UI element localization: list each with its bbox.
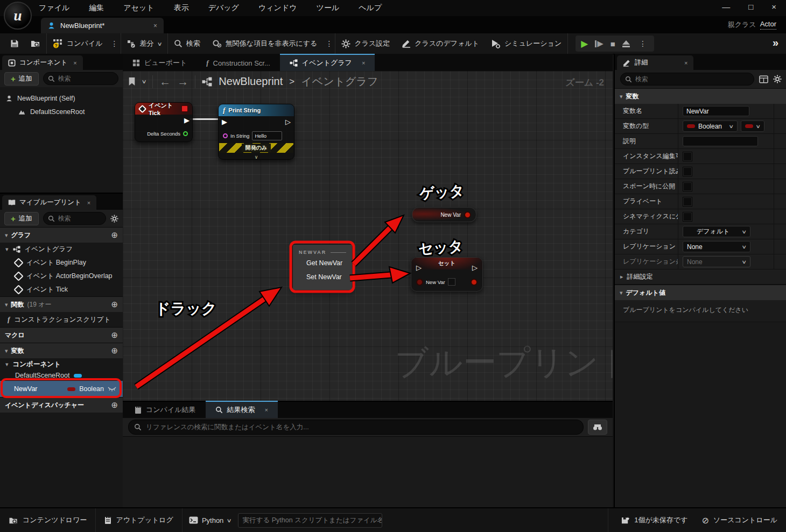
toolbar-overflow-button[interactable]: »: [773, 37, 778, 49]
variable-type-dropdown[interactable]: Boolean ∨: [683, 120, 738, 132]
add-variable-icon[interactable]: ⊕: [111, 346, 118, 356]
container-type-dropdown[interactable]: ∨: [741, 120, 764, 132]
maximize-button[interactable]: □: [748, 2, 753, 11]
save-button[interactable]: [4, 33, 25, 54]
construction-script-row[interactable]: f コンストラクションスクリプト: [0, 312, 123, 327]
event-graph-row[interactable]: ▾ イベントグラフ: [0, 243, 123, 256]
output-log-button[interactable]: アウトプットログ: [96, 508, 182, 532]
bool-output-pin[interactable]: [464, 211, 471, 218]
node-print-string[interactable]: f Print String ▶ ▷ In String Hello 開発のみ …: [218, 104, 294, 160]
exec-output-pin[interactable]: ▶: [184, 117, 190, 124]
menu-tools[interactable]: ツール: [317, 3, 340, 13]
category-combobox[interactable]: デフォルト ∨: [683, 226, 750, 237]
browse-asset-button[interactable]: [25, 33, 46, 54]
expose-on-spawn-checkbox[interactable]: [683, 182, 692, 191]
menu-asset[interactable]: アセット: [123, 3, 154, 13]
add-blueprint-item-button[interactable]: + 追加: [4, 212, 39, 225]
find-button[interactable]: 検索: [168, 33, 206, 54]
components-tab-close-icon[interactable]: ×: [73, 60, 76, 66]
play-options-kebab-icon[interactable]: ⋮: [637, 39, 649, 48]
tab-construction-script[interactable]: f Construction Scr...: [196, 54, 280, 71]
breadcrumb-root[interactable]: NewBlueprint: [219, 75, 283, 88]
details-gear-icon[interactable]: [773, 75, 782, 83]
replication-dropdown[interactable]: None ∨: [683, 241, 750, 252]
expose-to-cinematics-checkbox[interactable]: [683, 212, 692, 222]
private-checkbox[interactable]: [683, 197, 692, 207]
menu-edit[interactable]: 編集: [89, 3, 104, 13]
tab-viewport[interactable]: ビューポート: [123, 54, 196, 71]
variable-newvar-row[interactable]: NewVar Boolean: [0, 381, 123, 397]
add-function-icon[interactable]: ⊕: [111, 300, 118, 309]
node-expand-chevron-icon[interactable]: ∨: [219, 154, 294, 160]
parent-class-link[interactable]: Actor: [760, 20, 776, 30]
compile-options-kebab-icon[interactable]: ⋮: [109, 39, 121, 48]
bool-input-pin[interactable]: [416, 279, 423, 286]
source-control-status[interactable]: ⊘ ソースコントロール: [701, 515, 777, 526]
tick-enabled-icon[interactable]: [181, 105, 188, 112]
unsaved-status[interactable]: 1個が未保存です: [621, 515, 687, 525]
menu-file[interactable]: ファイル: [39, 3, 69, 13]
my-blueprint-tab[interactable]: マイブループリント ×: [2, 195, 96, 210]
string-value-input[interactable]: Hello: [252, 131, 282, 140]
play-button[interactable]: ▶: [581, 38, 588, 49]
asset-tab-newblueprint[interactable]: NewBlueprint* ×: [41, 18, 164, 33]
exec-output-pin[interactable]: ▷: [285, 118, 291, 125]
add-component-button[interactable]: + 追加: [4, 72, 39, 86]
graph-section-header[interactable]: ▾ グラフ ⊕: [0, 227, 123, 243]
bool-output-pin[interactable]: [471, 279, 478, 286]
component-row-scene-root[interactable]: DefaultSceneRoot: [0, 105, 123, 118]
menu-view[interactable]: 表示: [174, 3, 189, 13]
exec-input-pin[interactable]: ▶: [222, 118, 227, 125]
node-get-newvar[interactable]: New Var: [412, 207, 476, 222]
float-output-pin[interactable]: [183, 131, 188, 136]
stop-button[interactable]: ■: [610, 39, 615, 48]
string-input-pin[interactable]: [223, 133, 228, 138]
tab-close-icon[interactable]: ×: [265, 407, 268, 413]
replication-condition-dropdown[interactable]: None ∨: [683, 256, 750, 267]
variables-section-header[interactable]: ▾ 変数 ⊕: [0, 343, 123, 358]
details-search-input[interactable]: 検索: [620, 73, 754, 86]
unreal-logo-icon[interactable]: u: [4, 2, 32, 30]
tab-event-graph[interactable]: イベントグラフ ×: [280, 54, 375, 71]
close-button[interactable]: ×: [771, 2, 776, 11]
my-blueprint-tab-close-icon[interactable]: ×: [87, 200, 90, 206]
description-input[interactable]: [683, 136, 758, 146]
variable-name-input[interactable]: [683, 106, 749, 116]
python-command-input[interactable]: 実行する Python スクリプトまたはファイル名: [238, 513, 382, 528]
exec-input-pin[interactable]: ▷: [416, 264, 422, 271]
menu-item-set-newvar[interactable]: Set NewVar: [293, 271, 352, 283]
components-tab[interactable]: コンポーネント ×: [2, 55, 83, 70]
components-search-input[interactable]: 検索: [43, 72, 118, 85]
python-console-button[interactable]: Python ∨: [183, 508, 238, 532]
class-settings-button[interactable]: クラス設定: [335, 33, 396, 54]
nav-back-button[interactable]: ←: [159, 75, 171, 88]
hide-options-kebab-icon[interactable]: ⋮: [323, 39, 335, 48]
class-defaults-button[interactable]: クラスのデフォルト: [396, 33, 485, 54]
instance-editable-checkbox[interactable]: [683, 152, 692, 161]
event-actorbeginoverlap-row[interactable]: イベント ActorBeginOverlap: [0, 269, 123, 283]
component-row-self[interactable]: NewBlueprint (Self): [0, 91, 123, 105]
simulation-button[interactable]: シミュレーション: [485, 33, 567, 54]
add-macro-icon[interactable]: ⊕: [111, 330, 118, 340]
eye-closed-icon[interactable]: [108, 387, 116, 392]
minimize-button[interactable]: —: [722, 2, 730, 11]
my-blueprint-search-input[interactable]: 検索: [43, 212, 106, 225]
nav-forward-button[interactable]: →: [177, 75, 188, 88]
bookmark-chevron-icon[interactable]: ∨: [142, 79, 147, 84]
content-drawer-button[interactable]: コンテンツドロワー: [0, 508, 96, 532]
details-tab-close-icon[interactable]: ×: [684, 60, 687, 66]
add-dispatcher-icon[interactable]: ⊕: [111, 400, 118, 410]
graph-canvas[interactable]: ∨ ← → NewBlueprint > イベントグラフ ズーム -2 ブループ…: [123, 71, 613, 401]
eject-button[interactable]: [622, 40, 630, 47]
frame-skip-button[interactable]: ▶: [595, 39, 603, 48]
default-value-section-header[interactable]: ▾ デフォルト値: [615, 285, 786, 300]
menu-window[interactable]: ウィンドウ: [258, 3, 297, 13]
event-tick-row[interactable]: イベント Tick: [0, 283, 123, 296]
advanced-section-header[interactable]: ▸ 詳細設定: [615, 269, 786, 285]
event-dispatcher-section-header[interactable]: イベントディスパッチャー ⊕: [0, 397, 123, 413]
menu-item-get-newvar[interactable]: Get NewVar: [293, 257, 352, 269]
functions-section-header[interactable]: ▾ 関数 (19 オー ⊕: [0, 296, 123, 312]
variable-section-header[interactable]: ▾ 変数: [615, 88, 786, 104]
display-filter-icon[interactable]: [759, 75, 768, 83]
find-in-blueprints-button[interactable]: [588, 420, 607, 435]
